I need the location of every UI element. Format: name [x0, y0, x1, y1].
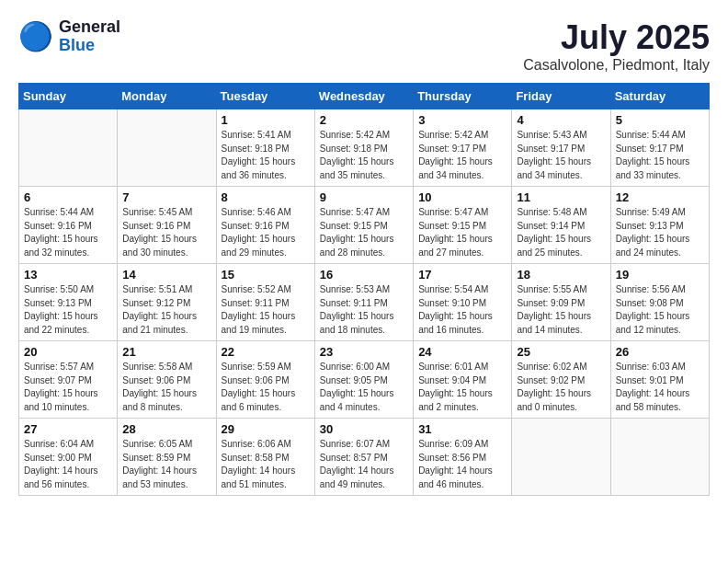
day-info: Sunrise: 5:42 AM Sunset: 9:17 PM Dayligh…	[418, 129, 506, 182]
day-info: Sunrise: 5:52 AM Sunset: 9:11 PM Dayligh…	[222, 283, 310, 337]
day-number: 4	[517, 113, 605, 127]
month-title: July 2025	[523, 18, 710, 57]
calendar-cell: 16Sunrise: 5:53 AM Sunset: 9:11 PM Dayli…	[314, 264, 413, 341]
day-number: 18	[517, 268, 605, 282]
day-info: Sunrise: 5:45 AM Sunset: 9:16 PM Dayligh…	[122, 206, 210, 259]
day-info: Sunrise: 5:48 AM Sunset: 9:14 PM Dayligh…	[517, 206, 605, 259]
day-info: Sunrise: 5:42 AM Sunset: 9:18 PM Dayligh…	[320, 129, 408, 182]
calendar-week-2: 13Sunrise: 5:50 AM Sunset: 9:13 PM Dayli…	[19, 264, 710, 341]
day-info: Sunrise: 5:51 AM Sunset: 9:12 PM Dayligh…	[122, 283, 210, 337]
day-info: Sunrise: 5:43 AM Sunset: 9:17 PM Dayligh…	[517, 129, 605, 182]
weekday-header-monday: Monday	[118, 84, 216, 109]
day-number: 27	[24, 422, 112, 436]
calendar-cell: 31Sunrise: 6:09 AM Sunset: 8:56 PM Dayli…	[414, 419, 512, 496]
day-number: 5	[616, 113, 704, 127]
calendar-cell: 1Sunrise: 5:41 AM Sunset: 9:18 PM Daylig…	[216, 109, 314, 187]
calendar-cell: 13Sunrise: 5:50 AM Sunset: 9:13 PM Dayli…	[19, 264, 118, 341]
day-info: Sunrise: 5:54 AM Sunset: 9:10 PM Dayligh…	[418, 283, 506, 337]
calendar-cell: 7Sunrise: 5:45 AM Sunset: 9:16 PM Daylig…	[118, 187, 216, 264]
weekday-header-sunday: Sunday	[19, 84, 118, 109]
day-number: 28	[122, 422, 210, 436]
day-number: 31	[418, 422, 506, 436]
calendar-cell: 27Sunrise: 6:04 AM Sunset: 9:00 PM Dayli…	[19, 419, 118, 496]
day-info: Sunrise: 6:00 AM Sunset: 9:05 PM Dayligh…	[320, 361, 408, 414]
calendar-cell	[19, 109, 118, 187]
day-info: Sunrise: 5:44 AM Sunset: 9:16 PM Dayligh…	[24, 206, 112, 259]
day-number: 20	[24, 345, 112, 359]
calendar-cell: 5Sunrise: 5:44 AM Sunset: 9:17 PM Daylig…	[610, 109, 709, 187]
calendar-cell: 2Sunrise: 5:42 AM Sunset: 9:18 PM Daylig…	[314, 109, 413, 187]
calendar-cell: 3Sunrise: 5:42 AM Sunset: 9:17 PM Daylig…	[414, 109, 512, 187]
calendar-cell	[118, 109, 216, 187]
day-number: 13	[24, 268, 112, 282]
day-number: 8	[222, 190, 310, 204]
day-info: Sunrise: 5:46 AM Sunset: 9:16 PM Dayligh…	[222, 206, 310, 259]
title-block: July 2025 Casalvolone, Piedmont, Italy	[523, 18, 710, 74]
calendar-cell: 9Sunrise: 5:47 AM Sunset: 9:15 PM Daylig…	[314, 187, 413, 264]
logo-bird-icon: 🔵	[18, 18, 55, 55]
calendar-cell: 25Sunrise: 6:02 AM Sunset: 9:02 PM Dayli…	[512, 341, 610, 419]
day-info: Sunrise: 6:04 AM Sunset: 9:00 PM Dayligh…	[24, 438, 112, 491]
calendar-cell: 23Sunrise: 6:00 AM Sunset: 9:05 PM Dayli…	[314, 341, 413, 419]
calendar-cell: 18Sunrise: 5:55 AM Sunset: 9:09 PM Dayli…	[512, 264, 610, 341]
calendar-cell: 6Sunrise: 5:44 AM Sunset: 9:16 PM Daylig…	[19, 187, 118, 264]
logo: 🔵 General Blue	[18, 18, 120, 55]
weekday-header-row: SundayMondayTuesdayWednesdayThursdayFrid…	[19, 84, 710, 109]
weekday-header-wednesday: Wednesday	[314, 84, 413, 109]
day-number: 6	[24, 190, 112, 204]
day-info: Sunrise: 5:47 AM Sunset: 9:15 PM Dayligh…	[320, 206, 408, 259]
calendar-cell: 11Sunrise: 5:48 AM Sunset: 9:14 PM Dayli…	[512, 187, 610, 264]
day-number: 23	[320, 345, 408, 359]
day-number: 9	[320, 190, 408, 204]
calendar-cell: 30Sunrise: 6:07 AM Sunset: 8:57 PM Dayli…	[314, 419, 413, 496]
logo-blue: Blue	[59, 37, 120, 55]
page-header: 🔵 General Blue July 2025 Casalvolone, Pi…	[18, 18, 710, 74]
day-number: 10	[418, 190, 506, 204]
logo-text-block: General Blue	[59, 18, 120, 55]
calendar-cell: 24Sunrise: 6:01 AM Sunset: 9:04 PM Dayli…	[414, 341, 512, 419]
day-info: Sunrise: 5:50 AM Sunset: 9:13 PM Dayligh…	[24, 283, 112, 337]
day-info: Sunrise: 6:05 AM Sunset: 8:59 PM Dayligh…	[122, 438, 210, 491]
day-number: 26	[616, 345, 704, 359]
weekday-header-friday: Friday	[512, 84, 610, 109]
calendar-week-0: 1Sunrise: 5:41 AM Sunset: 9:18 PM Daylig…	[19, 109, 710, 187]
calendar-week-4: 27Sunrise: 6:04 AM Sunset: 9:00 PM Dayli…	[19, 419, 710, 496]
calendar-cell: 21Sunrise: 5:58 AM Sunset: 9:06 PM Dayli…	[118, 341, 216, 419]
day-info: Sunrise: 5:44 AM Sunset: 9:17 PM Dayligh…	[616, 129, 704, 182]
day-number: 17	[418, 268, 506, 282]
calendar-table: SundayMondayTuesdayWednesdayThursdayFrid…	[18, 83, 710, 496]
day-number: 29	[222, 422, 310, 436]
svg-text:🔵: 🔵	[18, 19, 53, 53]
day-info: Sunrise: 6:07 AM Sunset: 8:57 PM Dayligh…	[320, 438, 408, 491]
weekday-header-saturday: Saturday	[610, 84, 709, 109]
calendar-cell: 4Sunrise: 5:43 AM Sunset: 9:17 PM Daylig…	[512, 109, 610, 187]
calendar-cell: 15Sunrise: 5:52 AM Sunset: 9:11 PM Dayli…	[216, 264, 314, 341]
day-info: Sunrise: 5:47 AM Sunset: 9:15 PM Dayligh…	[418, 206, 506, 259]
day-info: Sunrise: 5:49 AM Sunset: 9:13 PM Dayligh…	[616, 206, 704, 259]
calendar-cell: 10Sunrise: 5:47 AM Sunset: 9:15 PM Dayli…	[414, 187, 512, 264]
weekday-header-tuesday: Tuesday	[216, 84, 314, 109]
day-info: Sunrise: 6:02 AM Sunset: 9:02 PM Dayligh…	[517, 361, 605, 414]
calendar-cell	[610, 419, 709, 496]
day-number: 1	[222, 113, 310, 127]
day-number: 25	[517, 345, 605, 359]
calendar-cell: 22Sunrise: 5:59 AM Sunset: 9:06 PM Dayli…	[216, 341, 314, 419]
day-number: 30	[320, 422, 408, 436]
calendar-cell: 28Sunrise: 6:05 AM Sunset: 8:59 PM Dayli…	[118, 419, 216, 496]
day-number: 24	[418, 345, 506, 359]
day-number: 3	[418, 113, 506, 127]
calendar-cell: 17Sunrise: 5:54 AM Sunset: 9:10 PM Dayli…	[414, 264, 512, 341]
calendar-cell: 8Sunrise: 5:46 AM Sunset: 9:16 PM Daylig…	[216, 187, 314, 264]
day-info: Sunrise: 5:56 AM Sunset: 9:08 PM Dayligh…	[616, 283, 704, 337]
calendar-cell: 19Sunrise: 5:56 AM Sunset: 9:08 PM Dayli…	[610, 264, 709, 341]
day-number: 12	[616, 190, 704, 204]
calendar-cell: 20Sunrise: 5:57 AM Sunset: 9:07 PM Dayli…	[19, 341, 118, 419]
location-title: Casalvolone, Piedmont, Italy	[523, 57, 710, 74]
calendar-cell	[512, 419, 610, 496]
day-number: 15	[222, 268, 310, 282]
day-number: 16	[320, 268, 408, 282]
day-info: Sunrise: 6:01 AM Sunset: 9:04 PM Dayligh…	[418, 361, 506, 414]
day-number: 2	[320, 113, 408, 127]
weekday-header-thursday: Thursday	[414, 84, 512, 109]
day-info: Sunrise: 6:03 AM Sunset: 9:01 PM Dayligh…	[616, 361, 704, 414]
